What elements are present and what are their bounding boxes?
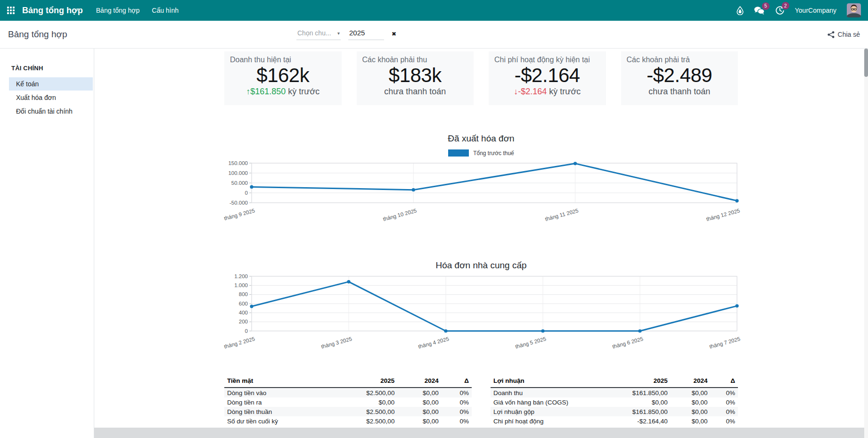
x-axis-label: tháng 10 2025 — [382, 207, 417, 222]
row-value: $0,00 — [671, 388, 711, 397]
x-axis-label: tháng 6 2025 — [612, 336, 644, 349]
main-area: TÀI CHÍNH Kế toán Xuất hóa đơn Đối chuẩn… — [0, 49, 868, 438]
filters-group: Chọn chu... ▾ ✖ — [296, 27, 396, 40]
kpi-row: Doanh thu hiện tại $162k ↑$161.850 kỳ tr… — [224, 51, 738, 105]
app-name[interactable]: Bảng tổng hợp — [22, 6, 83, 16]
chart-legend: Tổng trước thuế — [224, 149, 738, 157]
kpi-value: -$2.489 — [627, 64, 733, 86]
period-select-placeholder: Chọn chu... — [297, 29, 331, 37]
y-axis-label: 800 — [224, 291, 248, 298]
row-label: Dòng tiền thuần — [224, 407, 328, 416]
chart-invoiced: Đã xuất hóa đơn Tổng trước thuế -50.0000… — [224, 133, 738, 226]
company-name[interactable]: YourCompany — [795, 7, 836, 14]
caret-down-icon: ▾ — [337, 31, 340, 36]
table-row: Doanh thu$161.850,00$0,000% — [491, 388, 738, 397]
kpi-card-expenses: Chi phí hoạt động kỳ hiện tại -$2.164 ↓-… — [489, 51, 606, 105]
dashboard-table: Tiền mặt20252024ΔDòng tiền vào$2.500,00$… — [224, 375, 472, 426]
y-axis-label: 100.000 — [224, 170, 248, 177]
row-value: $2.500,00 — [328, 388, 398, 397]
top-nav-bar: Bảng tổng hợp Bảng tổng hợp Cấu hình 5 2… — [0, 0, 868, 21]
arrow-down-icon: ↓ — [514, 87, 518, 96]
legend-swatch-icon — [448, 149, 469, 157]
apps-menu-icon[interactable] — [7, 7, 15, 14]
y-axis-label: 1.000 — [224, 282, 248, 289]
scrollbar-thumb[interactable] — [864, 49, 868, 77]
row-value: $0,00 — [671, 416, 711, 426]
activities-icon[interactable]: 2 — [775, 6, 785, 15]
kpi-value: -$2.164 — [494, 64, 600, 86]
period-select[interactable]: Chọn chu... ▾ — [296, 28, 341, 40]
row-label: Dòng tiền vào — [224, 388, 328, 397]
messages-icon[interactable]: 5 — [754, 6, 765, 15]
row-value: $161.850,00 — [595, 388, 671, 397]
y-axis-label: 200 — [224, 318, 248, 325]
row-value: $0,00 — [328, 397, 398, 407]
x-axis-label: tháng 9 2025 — [223, 207, 255, 221]
breadcrumb: Bảng tổng hợp — [8, 29, 67, 40]
row-value: $161.850,00 — [595, 407, 671, 416]
sidebar-item-ke-toan[interactable]: Kế toán — [9, 77, 93, 91]
row-label: Doanh thu — [491, 388, 595, 397]
share-button[interactable]: Chia sẻ — [827, 31, 860, 38]
kpi-card-receivables: Các khoản phải thu $183k chưa thanh toán — [357, 51, 474, 105]
arrow-up-icon: ↑ — [246, 87, 250, 96]
user-avatar[interactable] — [847, 3, 861, 17]
clear-filter-close-icon[interactable]: ✖ — [392, 31, 396, 40]
kpi-title: Chi phí hoạt động kỳ hiện tại — [494, 56, 600, 64]
kpi-delta: ↓-$2.164 kỳ trước — [494, 87, 600, 97]
row-value: 0% — [711, 416, 738, 426]
bottom-cutoff-strip — [94, 428, 868, 438]
table-header-row: Tiền mặt20252024Δ — [224, 375, 472, 388]
row-value: 0% — [442, 397, 472, 407]
row-value: 0% — [442, 407, 472, 416]
row-value: $0,00 — [671, 397, 711, 407]
top-menu: Bảng tổng hợp Cấu hình — [96, 7, 179, 14]
x-axis-label: tháng 3 2025 — [320, 336, 352, 349]
table-row: Chi phí hoạt động-$2.164,40$0,000% — [491, 416, 738, 426]
share-label: Chia sẻ — [838, 31, 860, 38]
sidebar-item-xuat-hoa-don[interactable]: Xuất hóa đơn — [9, 91, 93, 104]
profit-table: Lợi nhuận20252024ΔDoanh thu$161.850,00$0… — [491, 375, 738, 426]
kpi-title: Các khoản phải thu — [362, 56, 468, 64]
y-axis-label: 0 — [224, 190, 248, 197]
row-value: $2.500,00 — [328, 416, 398, 426]
cash-table: Tiền mặt20252024ΔDòng tiền vào$2.500,00$… — [224, 375, 472, 426]
share-icon — [827, 31, 835, 38]
row-value: $0,00 — [595, 397, 671, 407]
table-row: Dòng tiền vào$2.500,00$0,000% — [224, 388, 472, 397]
row-label: Giá vốn hàng bán (COGS) — [491, 397, 595, 407]
x-axis-label: tháng 7 2025 — [709, 336, 741, 349]
row-value: 0% — [442, 416, 472, 426]
line-chart-canvas — [252, 276, 737, 331]
menu-item-dashboard[interactable]: Bảng tổng hợp — [96, 7, 139, 14]
kpi-value: $183k — [362, 64, 468, 86]
messages-badge: 5 — [762, 2, 770, 10]
kpi-subtitle: chưa thanh toán — [627, 87, 733, 97]
line-chart-canvas — [252, 163, 737, 203]
y-axis-label: 150.000 — [224, 160, 248, 167]
kpi-delta: ↑$161.850 kỳ trước — [230, 87, 336, 97]
kpi-card-revenue: Doanh thu hiện tại $162k ↑$161.850 kỳ tr… — [224, 51, 342, 105]
row-label: Dòng tiền ra — [224, 397, 328, 407]
table-row: Dòng tiền thuần$2.500,00$0,000% — [224, 407, 472, 416]
kpi-title: Các khoản phải trả — [627, 56, 733, 64]
sidebar-item-doi-chuan-tai-chinh[interactable]: Đối chuẩn tài chính — [9, 105, 93, 118]
vendor-bills-plot-area: 02004006008001.0001.200tháng 2 2025tháng… — [224, 276, 737, 355]
row-value: -$2.164,40 — [595, 416, 671, 426]
y-axis-label: -50.000 — [224, 199, 248, 207]
row-label: Số dư tiền cuối kỳ — [224, 416, 328, 426]
kpi-delta-suffix: kỳ trước — [547, 87, 581, 96]
row-value: $0,00 — [397, 388, 441, 397]
table-row: Số dư tiền cuối kỳ$2.500,00$0,000% — [224, 416, 472, 426]
vertical-scrollbar[interactable] — [864, 49, 868, 438]
chart-title: Đã xuất hóa đơn — [224, 133, 738, 144]
kpi-subtitle: chưa thanh toán — [362, 87, 468, 97]
year-filter-input[interactable] — [348, 27, 384, 40]
table-column-header: 2024 — [397, 375, 441, 388]
invoiced-plot-area: -50.000050.000100.000150.000tháng 9 2025… — [224, 163, 737, 226]
row-value: 0% — [711, 407, 738, 416]
droplet-icon[interactable] — [737, 6, 744, 15]
menu-item-configuration[interactable]: Cấu hình — [152, 7, 179, 14]
table-column-header: Δ — [711, 375, 738, 388]
sidebar: TÀI CHÍNH Kế toán Xuất hóa đơn Đối chuẩn… — [0, 49, 94, 438]
